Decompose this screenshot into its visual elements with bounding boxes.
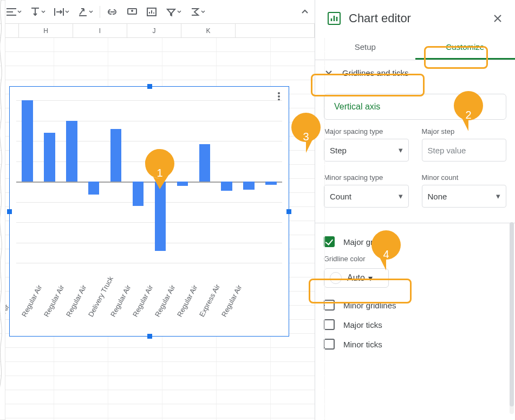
chart-plot (16, 100, 282, 263)
resize-handle[interactable] (7, 209, 12, 214)
spreadsheet-area: H I J K /*rows drawn below via JS*/ r Ai… (0, 0, 315, 420)
major-step-label: Major step (422, 127, 507, 135)
minor-spacing-select[interactable]: Count ▾ (324, 185, 409, 208)
comment-icon[interactable] (125, 5, 139, 19)
panel-title: Chart editor (349, 11, 411, 25)
tab-setup[interactable]: Setup (315, 35, 415, 58)
major-spacing-label: Major spacing type (324, 127, 409, 135)
chart-editor-panel: Chart editor Setup Customize Gridlines a… (315, 0, 515, 420)
select-value: None (428, 192, 447, 201)
resize-handle[interactable] (147, 84, 152, 89)
wrap-icon[interactable] (52, 5, 70, 19)
chart-editor-icon (327, 11, 341, 25)
major-gridlines-checkbox[interactable] (324, 236, 335, 247)
column-header[interactable] (236, 24, 315, 37)
column-header[interactable]: K (181, 24, 236, 37)
input-placeholder: Step value (428, 146, 466, 155)
major-step-input[interactable]: Step value (422, 139, 507, 161)
minor-gridlines-checkbox[interactable] (324, 300, 335, 311)
dropdown-caret-icon: ▾ (399, 145, 403, 155)
major-spacing-select[interactable]: Step ▾ (324, 139, 409, 161)
chart-xlabels: r AirRegular AirRegular AirRegular AirDe… (16, 266, 282, 331)
major-ticks-label: Major ticks (343, 320, 382, 329)
insert-chart-icon[interactable] (145, 5, 159, 19)
minor-ticks-checkbox[interactable] (324, 339, 335, 350)
minor-gridlines-label: Minor gridlines (343, 301, 396, 310)
minor-spacing-label: Minor spacing type (324, 173, 409, 182)
panel-tabs: Setup Customize (315, 35, 515, 58)
torn-edge (0, 0, 5, 420)
axis-selector[interactable]: Vertical axis (324, 94, 506, 120)
svg-point-3 (278, 95, 280, 98)
resize-handle[interactable] (147, 334, 152, 339)
svg-point-2 (278, 92, 280, 94)
select-value: Count (330, 192, 351, 201)
tab-customize[interactable]: Customize (415, 35, 516, 58)
gridline-color-label: Gridline color (315, 251, 515, 263)
select-value: Step (330, 146, 347, 155)
resize-handle[interactable] (286, 209, 291, 214)
column-header[interactable]: I (73, 24, 127, 37)
dropdown-caret-icon: ▾ (368, 273, 373, 283)
axis-selector-label: Vertical axis (334, 102, 380, 111)
link-icon[interactable] (106, 5, 120, 19)
major-ticks-checkbox[interactable] (324, 319, 335, 330)
valign-icon[interactable] (28, 5, 47, 19)
section-gridlines-ticks[interactable]: Gridlines and ticks (315, 60, 515, 85)
color-value: Auto (347, 273, 365, 283)
toolbar-collapse-icon[interactable] (299, 5, 310, 18)
dropdown-caret-icon: ▾ (496, 191, 500, 201)
minor-count-label: Minor count (422, 173, 507, 182)
chart-object[interactable]: r AirRegular AirRegular AirRegular AirDe… (10, 87, 289, 336)
section-label: Gridlines and ticks (342, 68, 409, 77)
major-gridlines-label: Major gridlines (343, 237, 396, 247)
close-icon[interactable] (490, 11, 505, 26)
text-rotate-icon[interactable] (76, 5, 94, 19)
column-header[interactable]: J (127, 24, 181, 37)
column-headers: H I J K (0, 24, 315, 38)
chevron-down-icon (324, 68, 334, 77)
minor-count-select[interactable]: None ▾ (422, 185, 507, 208)
panel-scrollbar[interactable] (510, 222, 514, 414)
column-header[interactable]: H (19, 24, 73, 37)
filter-icon[interactable] (164, 5, 182, 19)
functions-icon[interactable] (188, 5, 206, 19)
dropdown-caret-icon: ▾ (399, 191, 403, 201)
color-swatch (330, 272, 342, 284)
gridline-color-picker[interactable]: Auto ▾ (324, 268, 389, 288)
align-icon[interactable] (4, 5, 23, 19)
toolbar (0, 0, 315, 24)
minor-ticks-label: Minor ticks (343, 340, 382, 349)
